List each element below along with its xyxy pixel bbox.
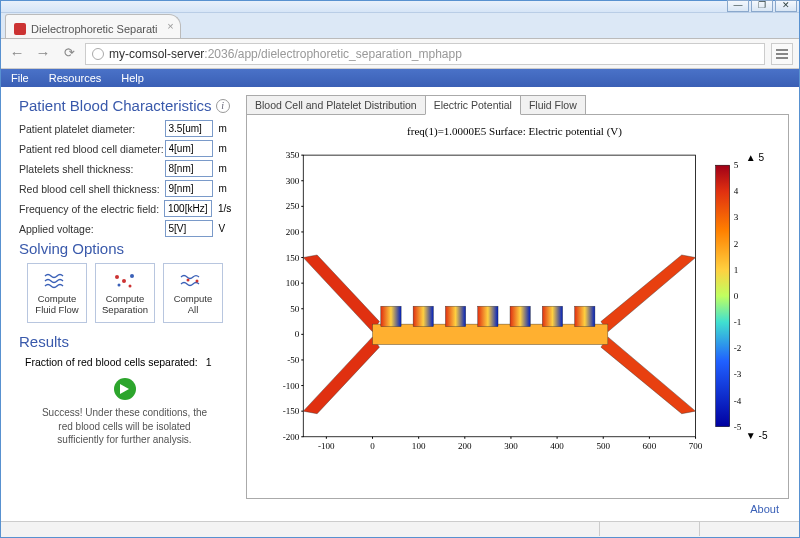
- field-label: Patient platelet diameter:: [19, 123, 165, 135]
- field-input[interactable]: [165, 120, 213, 137]
- menu-file[interactable]: File: [1, 72, 39, 84]
- field-unit: m: [213, 163, 230, 174]
- field-label: Frequency of the electric field:: [19, 203, 164, 215]
- field-unit: m: [213, 123, 230, 134]
- svg-text:5: 5: [734, 160, 739, 170]
- tab-distribution[interactable]: Blood Cell and Platelet Distribution: [246, 95, 426, 115]
- plot-tabs: Blood Cell and Platelet Distribution Ele…: [246, 95, 789, 115]
- compute-all-button[interactable]: Compute All: [163, 263, 223, 323]
- svg-text:-200: -200: [283, 432, 300, 442]
- svg-point-3: [118, 283, 121, 286]
- svg-text:0: 0: [734, 291, 739, 301]
- field-row: Red blood cell shell thickness:m: [19, 180, 230, 197]
- tab-title: Dielectrophoretic Separati: [31, 23, 158, 35]
- section-characteristics: Patient Blood Characteristics i: [19, 97, 230, 114]
- section-solving: Solving Options: [19, 240, 230, 257]
- menu-resources[interactable]: Resources: [39, 72, 112, 84]
- field-unit: 1/s: [212, 203, 230, 214]
- svg-text:100: 100: [412, 441, 426, 451]
- left-panel: Patient Blood Characteristics i Patient …: [1, 87, 244, 521]
- field-row: Patient red blood cell diameter:m: [19, 140, 230, 157]
- field-input[interactable]: [165, 220, 213, 237]
- menu-button[interactable]: [771, 43, 793, 65]
- svg-rect-56: [413, 306, 433, 326]
- svg-text:-3: -3: [734, 369, 742, 379]
- svg-text:700: 700: [689, 441, 703, 451]
- maximize-button[interactable]: ❐: [751, 0, 773, 12]
- svg-rect-61: [575, 306, 595, 326]
- svg-text:4: 4: [734, 186, 739, 196]
- url-port: :2036: [204, 47, 234, 61]
- about-link[interactable]: About: [246, 499, 789, 517]
- svg-text:400: 400: [550, 441, 564, 451]
- browser-tab[interactable]: Dielectrophoretic Separati ×: [5, 14, 181, 38]
- svg-rect-62: [716, 165, 730, 427]
- right-panel: Blood Cell and Platelet Distribution Ele…: [244, 87, 799, 521]
- browser-tabstrip: Dielectrophoretic Separati ×: [1, 13, 799, 39]
- svg-text:-1: -1: [734, 317, 742, 327]
- svg-text:250: 250: [286, 201, 300, 211]
- svg-point-5: [187, 278, 190, 281]
- svg-rect-58: [478, 306, 498, 326]
- svg-point-4: [129, 284, 132, 287]
- tab-electric-potential[interactable]: Electric Potential: [425, 95, 521, 115]
- svg-text:200: 200: [458, 441, 472, 451]
- minimize-button[interactable]: —: [727, 0, 749, 12]
- field-label: Platelets shell thickness:: [19, 163, 165, 175]
- svg-text:-150: -150: [283, 406, 300, 416]
- browser-toolbar: ← → ⟳ my-comsol-server:2036/app/dielectr…: [1, 39, 799, 69]
- field-input[interactable]: [165, 160, 213, 177]
- solving-title: Solving Options: [19, 240, 124, 257]
- section-results: Results: [19, 333, 230, 350]
- compute-fluid-flow-button[interactable]: Compute Fluid Flow: [27, 263, 87, 323]
- close-window-button[interactable]: ✕: [775, 0, 797, 12]
- svg-text:1: 1: [734, 265, 739, 275]
- field-label: Patient red blood cell diameter:: [19, 143, 165, 155]
- svg-text:500: 500: [596, 441, 610, 451]
- svg-text:2: 2: [734, 239, 739, 249]
- svg-rect-54: [373, 324, 608, 344]
- globe-icon: [92, 48, 104, 60]
- fraction-label: Fraction of red blood cells separated:: [25, 356, 198, 368]
- svg-text:-2: -2: [734, 343, 742, 353]
- field-row: Applied voltage:V: [19, 220, 230, 237]
- info-icon[interactable]: i: [216, 99, 230, 113]
- app-window: — ❐ ✕ Dielectrophoretic Separati × ← → ⟳…: [0, 0, 800, 538]
- cbar-top: ▲ 5: [746, 152, 765, 163]
- field-input[interactable]: [165, 140, 213, 157]
- os-titlebar: — ❐ ✕: [1, 1, 799, 13]
- waves-icon: [44, 272, 70, 290]
- close-tab-icon[interactable]: ×: [167, 20, 173, 32]
- field-input[interactable]: [165, 180, 213, 197]
- field-label: Applied voltage:: [19, 223, 165, 235]
- address-bar[interactable]: my-comsol-server:2036/app/dielectrophore…: [85, 43, 765, 65]
- main-area: Patient Blood Characteristics i Patient …: [1, 87, 799, 521]
- particles-icon: [112, 272, 138, 290]
- svg-marker-53: [601, 337, 696, 414]
- field-input[interactable]: [164, 200, 212, 217]
- svg-text:-100: -100: [318, 441, 335, 451]
- results-title: Results: [19, 333, 69, 350]
- characteristics-title: Patient Blood Characteristics: [19, 97, 212, 114]
- svg-text:100: 100: [286, 278, 300, 288]
- btn-label: Compute All: [174, 293, 213, 315]
- status-bar: [1, 521, 799, 537]
- svg-point-6: [196, 279, 199, 282]
- back-button[interactable]: ←: [7, 44, 27, 64]
- svg-marker-52: [601, 255, 696, 332]
- field-unit: m: [213, 143, 230, 154]
- forward-button[interactable]: →: [33, 44, 53, 64]
- field-row: Platelets shell thickness:m: [19, 160, 230, 177]
- reload-button[interactable]: ⟳: [59, 44, 79, 64]
- svg-point-2: [130, 274, 134, 278]
- field-row: Patient platelet diameter:m: [19, 120, 230, 137]
- url-host: my-comsol-server: [109, 47, 204, 61]
- compute-separation-button[interactable]: Compute Separation: [95, 263, 155, 323]
- svg-marker-51: [303, 337, 379, 414]
- menu-help[interactable]: Help: [111, 72, 154, 84]
- svg-rect-55: [381, 306, 401, 326]
- svg-text:3: 3: [734, 213, 739, 223]
- svg-text:350: 350: [286, 150, 300, 160]
- tab-fluid-flow[interactable]: Fluid Flow: [520, 95, 586, 115]
- svg-point-1: [122, 279, 126, 283]
